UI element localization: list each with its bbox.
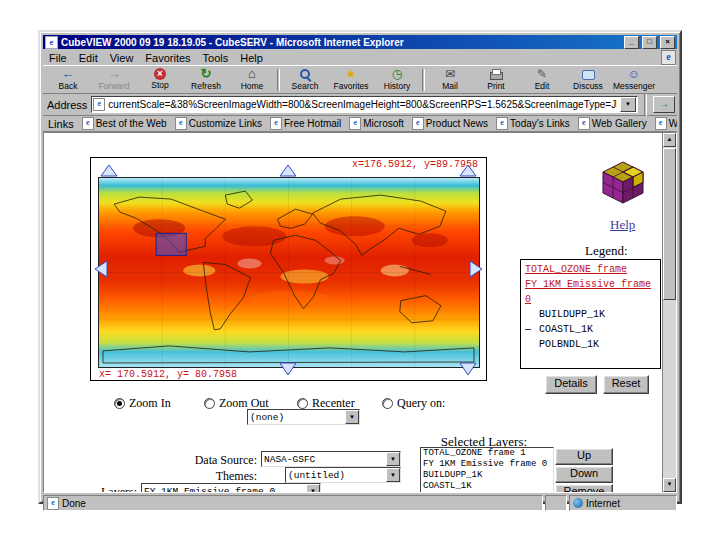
radio-button-icon (204, 398, 215, 409)
link-best-of-web[interactable]: eBest of the Web (82, 117, 167, 130)
data-source-select[interactable]: NASA-GSFC ▼ (261, 451, 401, 467)
mail-button[interactable]: Mail (427, 67, 473, 92)
themes-value: (untitled) (286, 470, 386, 481)
close-button[interactable]: × (660, 36, 675, 49)
reset-button[interactable]: Reset (603, 375, 649, 394)
go-button[interactable]: → (653, 96, 675, 113)
security-zone-pane: Internet (569, 495, 677, 511)
ie-logo-icon: e (661, 50, 676, 65)
browser-viewport: x=176.5912, y=89.7958 (43, 132, 677, 493)
window-title: CubeVIEW 2000 09 19 18.19.05 - CubeSERV … (61, 37, 621, 48)
themes-select[interactable]: (untitled) ▼ (285, 467, 401, 483)
dropdown-arrow-icon[interactable]: ▼ (386, 468, 400, 482)
history-button[interactable]: History (374, 67, 420, 92)
refresh-icon (198, 67, 214, 81)
address-input[interactable]: e currentScale=&38%ScreenImageWidth=800&… (91, 96, 638, 113)
favorites-button[interactable]: Favorites (328, 67, 374, 92)
world-map-image[interactable] (98, 177, 480, 368)
messenger-icon (626, 67, 642, 81)
page-scrollbar[interactable]: ▲ ▼ (662, 133, 676, 492)
link-free-hotmail[interactable]: eFree Hotmail (270, 117, 341, 130)
radio-button-icon (114, 398, 125, 409)
link-todays-links[interactable]: eToday's Links (496, 117, 570, 130)
zoom-selection-box[interactable] (156, 233, 186, 255)
maximize-button[interactable]: □ (642, 36, 657, 49)
legend-link-fy1km-emissive[interactable]: FY 1KM Emissive frame 0 (525, 277, 656, 307)
cursor-coordinates: x=176.5912, y=89.7958 (352, 159, 478, 170)
legend-link-total-ozone[interactable]: TOTAL_OZONE frame (525, 262, 656, 277)
down-button[interactable]: Down (555, 466, 613, 483)
link-label: Today's Links (510, 118, 570, 129)
map-viewport: x=176.5912, y=89.7958 (90, 157, 487, 381)
layers-select[interactable]: FY 1KM Emissive frame 0 ▼ (141, 483, 321, 492)
scroll-up-button[interactable]: ▲ (663, 133, 676, 147)
link-web-gallery[interactable]: eWeb Gallery (578, 117, 647, 130)
title-bar[interactable]: e CubeVIEW 2000 09 19 18.19.05 - CubeSER… (43, 35, 677, 49)
search-button[interactable]: Search (282, 67, 328, 92)
scroll-down-button[interactable]: ▼ (663, 478, 676, 492)
link-label: Windows (669, 118, 677, 129)
selected-layers-list[interactable]: TOTAL_OZONE frame 1 FY 1KM Emissive fram… (420, 447, 554, 492)
browser-window: e CubeVIEW 2000 09 19 18.19.05 - CubeSER… (38, 30, 682, 504)
stop-button[interactable]: Stop (137, 67, 183, 92)
dropdown-arrow-icon[interactable]: ▼ (386, 452, 400, 466)
forward-button[interactable]: Forward (91, 67, 137, 92)
dropdown-arrow-icon[interactable]: ▼ (306, 484, 320, 492)
toolbar-separator (644, 94, 647, 116)
help-link[interactable]: Help (610, 217, 635, 233)
home-button[interactable]: Home (229, 67, 275, 92)
menu-file[interactable]: File (44, 52, 74, 64)
edit-button[interactable]: Edit (519, 67, 565, 92)
refresh-button[interactable]: Refresh (183, 67, 229, 92)
link-product-news[interactable]: eProduct News (412, 117, 488, 130)
mail-icon (442, 67, 458, 81)
discuss-icon (580, 67, 596, 81)
remove-button[interactable]: Remove (555, 484, 613, 492)
address-label: Address (45, 99, 87, 111)
list-item[interactable]: FY 1KM Emissive frame 0 (421, 459, 553, 470)
list-item[interactable]: TOTAL_OZONE frame 1 (421, 448, 553, 459)
link-windows[interactable]: eWindows (655, 117, 677, 130)
menu-edit[interactable]: Edit (74, 52, 105, 64)
pan-north-icon[interactable] (280, 165, 296, 176)
print-button[interactable]: Print (473, 67, 519, 92)
legend-item-label: POLBNDL_1K (539, 337, 599, 352)
link-label: Free Hotmail (284, 118, 341, 129)
back-icon (60, 67, 76, 81)
status-mini-pane (545, 495, 567, 511)
query-select-value: (none) (248, 412, 345, 423)
legend-item: — COASTL_1K (525, 322, 656, 337)
menu-view[interactable]: View (105, 52, 141, 64)
discuss-button[interactable]: Discuss (565, 67, 611, 92)
status-message-pane: e Done (43, 495, 543, 511)
go-arrow-icon: → (659, 98, 669, 109)
radio-zoom-in[interactable]: Zoom In (114, 396, 171, 411)
layers-label: Layers: (64, 485, 137, 492)
link-microsoft[interactable]: eMicrosoft (349, 117, 404, 130)
scroll-thumb[interactable] (663, 148, 676, 300)
up-button[interactable]: Up (555, 448, 613, 465)
minimize-button[interactable]: _ (624, 36, 639, 49)
list-item[interactable]: COASTL_1K (421, 481, 553, 492)
menu-bar: File Edit View Favorites Tools Help e (43, 50, 677, 65)
link-customize-links[interactable]: eCustomize Links (175, 117, 262, 130)
list-item[interactable]: BUILDUPP_1K (421, 470, 553, 481)
forward-label: Forward (98, 81, 129, 91)
details-button[interactable]: Details (545, 375, 597, 394)
layers-value: FY 1KM Emissive frame 0 (142, 486, 306, 493)
menu-help[interactable]: Help (235, 52, 270, 64)
menu-tools[interactable]: Tools (198, 52, 236, 64)
pan-north-west-icon[interactable] (101, 165, 117, 176)
back-button[interactable]: Back (45, 67, 91, 92)
query-select[interactable]: (none) ▼ (247, 409, 360, 425)
legend-item: BUILDUPP_1K (525, 307, 656, 322)
favorites-label: Favorites (334, 81, 369, 91)
link-label: Best of the Web (96, 118, 167, 129)
address-dropdown-button[interactable]: ▼ (620, 97, 636, 112)
dropdown-arrow-icon[interactable]: ▼ (345, 410, 359, 424)
map-extent-coordinates: x= 170.5912, y= 80.7958 (99, 369, 237, 380)
messenger-button[interactable]: Messenger (611, 67, 657, 92)
legend-symbol (525, 307, 539, 322)
radio-query-on[interactable]: Query on: (382, 396, 445, 411)
menu-favorites[interactable]: Favorites (140, 52, 197, 64)
